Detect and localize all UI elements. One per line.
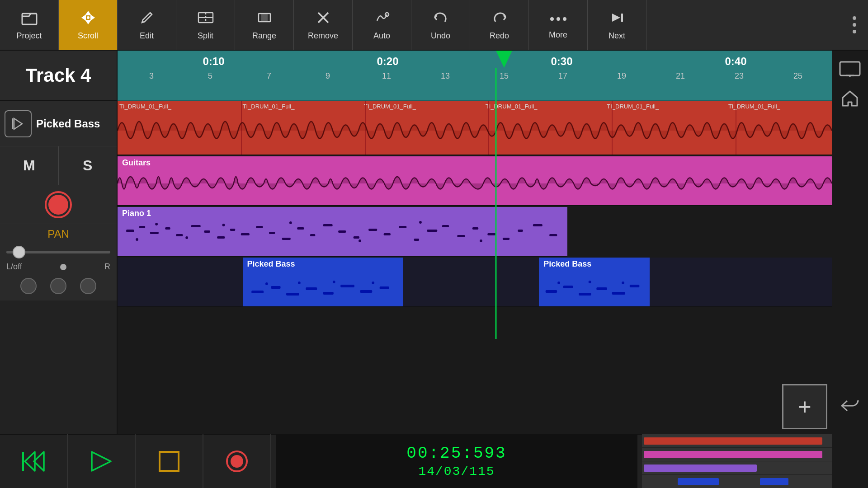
svg-rect-24: [204, 230, 210, 233]
remove-button[interactable]: Remove: [294, 0, 353, 50]
time-value: 00:25:593: [406, 444, 506, 463]
undo-icon: [432, 9, 449, 28]
pan-label: PAN: [0, 224, 117, 242]
svg-rect-25: [217, 236, 225, 239]
mini-arrangement-view[interactable]: [642, 434, 832, 488]
record-arm-button[interactable]: [45, 191, 72, 218]
svg-rect-10: [261, 14, 268, 22]
beat-13: 13: [416, 71, 475, 81]
auto-button[interactable]: Auto: [353, 0, 411, 50]
svg-rect-60: [306, 287, 317, 290]
screen-icon[interactable]: [837, 60, 863, 80]
redo-label: Redo: [490, 31, 509, 41]
timeline-area: 0:10 0:20 0:30 0:40 3 5 7 9 11 13 15 17 …: [118, 51, 832, 488]
beat-17: 17: [533, 71, 592, 81]
svg-rect-20: [150, 232, 159, 234]
svg-marker-3: [81, 14, 86, 21]
time-display: 00:25:593 14/03/115: [276, 435, 637, 488]
instrument-icon-button[interactable]: [5, 110, 32, 137]
time-marker-2: 0:20: [301, 55, 475, 68]
bass-track-row: Picked Bass: [118, 258, 832, 307]
mini-guitar-block: [644, 451, 822, 458]
mini-bass-block-2: [760, 478, 788, 485]
svg-rect-40: [427, 230, 437, 232]
svg-rect-26: [230, 229, 235, 231]
add-track-button[interactable]: +: [782, 384, 827, 429]
pan-slider-thumb[interactable]: [13, 246, 25, 258]
undo-button[interactable]: Undo: [411, 0, 470, 50]
pan-slider-area: [0, 242, 117, 262]
undo-label: Undo: [431, 31, 450, 41]
svg-rect-41: [442, 225, 449, 227]
drum-label-3: TI_DRUM_01_Full_: [364, 103, 416, 110]
pan-slider[interactable]: [6, 251, 110, 253]
skip-back-button[interactable]: [0, 434, 68, 488]
svg-point-55: [419, 221, 422, 224]
project-button[interactable]: Project: [0, 0, 59, 50]
split-icon: [197, 9, 214, 28]
timeline-ruler[interactable]: 0:10 0:20 0:30 0:40 3 5 7 9 11 13 15 17 …: [118, 51, 832, 101]
time-marker-4: 0:40: [649, 55, 823, 68]
mini-guitar-row: [642, 448, 832, 461]
drum-track[interactable]: TI_DRUM_01_Full_ TI_DRUM_01_Full_ TI_DRU…: [118, 101, 832, 155]
dot-1: [853, 16, 856, 20]
range-button[interactable]: Range: [235, 0, 294, 50]
svg-marker-1: [85, 11, 91, 15]
add-icon: +: [798, 394, 811, 420]
bass-clip-1[interactable]: Picked Bass: [243, 258, 404, 306]
svg-rect-58: [271, 286, 280, 289]
piano-track[interactable]: Piano 1: [118, 207, 567, 257]
drum-label-5: TI_DRUM_01_Full_: [607, 103, 659, 110]
scroll-button[interactable]: Scroll: [59, 0, 118, 50]
mini-bass-block-1: [678, 478, 719, 485]
scroll-icon: [80, 9, 97, 28]
time-marker-1: 0:10: [127, 55, 301, 68]
svg-rect-70: [563, 286, 573, 288]
bass-notes-2: [539, 270, 650, 302]
next-button[interactable]: Next: [588, 0, 646, 50]
svg-rect-38: [399, 226, 406, 228]
overflow-menu-button[interactable]: [841, 0, 868, 50]
sound-control-2[interactable]: [50, 278, 66, 294]
sound-control-3[interactable]: [80, 278, 96, 294]
svg-point-65: [265, 282, 268, 285]
tracks-canvas: TI_DRUM_01_Full_ TI_DRUM_01_Full_ TI_DRU…: [118, 101, 832, 349]
mute-button[interactable]: M: [0, 146, 59, 185]
sound-control-1[interactable]: [20, 278, 37, 294]
next-label: Next: [609, 31, 625, 41]
edit-button[interactable]: Edit: [118, 0, 176, 50]
svg-point-49: [136, 238, 138, 241]
bass-clip-2[interactable]: Picked Bass: [539, 258, 650, 306]
svg-rect-69: [546, 290, 557, 293]
svg-marker-85: [92, 452, 111, 471]
dot-2: [853, 23, 856, 27]
svg-rect-43: [472, 227, 478, 230]
stop-button[interactable]: [136, 434, 203, 488]
main-area: Track 4 Picked Bass M S PAN: [0, 51, 868, 488]
back-icon[interactable]: [837, 396, 863, 416]
center-dot: [60, 264, 66, 270]
beat-3: 3: [122, 71, 181, 81]
record-button[interactable]: [203, 434, 271, 488]
remove-label: Remove: [308, 31, 338, 41]
home-icon[interactable]: [837, 89, 863, 108]
split-button[interactable]: Split: [176, 0, 235, 50]
svg-rect-73: [612, 292, 625, 295]
guitar-waveform: [118, 165, 832, 202]
svg-rect-35: [354, 236, 359, 239]
record-arm-area: [0, 185, 117, 224]
guitar-track[interactable]: Guitars: [118, 156, 832, 206]
auto-label: Auto: [373, 31, 390, 41]
svg-rect-45: [503, 238, 509, 240]
svg-point-5: [87, 16, 90, 19]
l-label: L/off: [6, 262, 22, 272]
auto-icon: [373, 9, 391, 28]
transport-bar: 00:25:593 14/03/115: [0, 434, 832, 488]
playhead-line: [495, 68, 497, 339]
redo-button[interactable]: Redo: [470, 0, 529, 50]
more-button[interactable]: More: [529, 0, 588, 50]
solo-button[interactable]: S: [59, 146, 117, 185]
mini-bass-row: [642, 475, 832, 488]
drum-label-4: TI_DRUM_01_Full_: [486, 103, 538, 110]
play-button[interactable]: [68, 434, 136, 488]
